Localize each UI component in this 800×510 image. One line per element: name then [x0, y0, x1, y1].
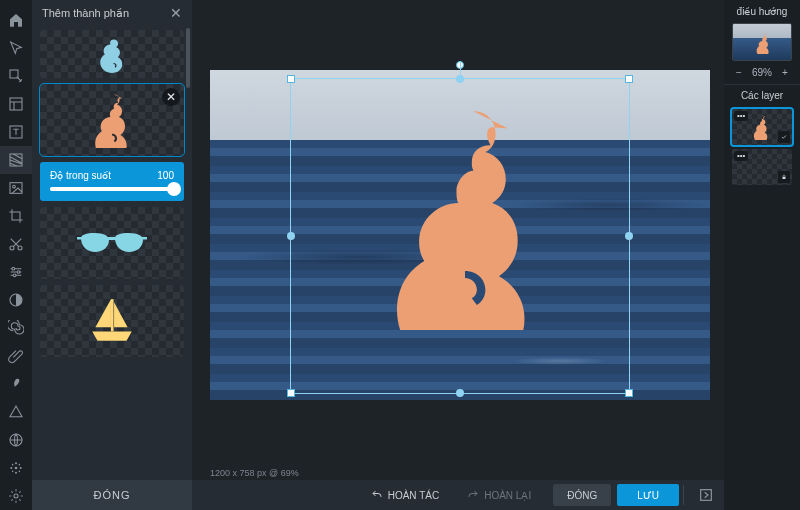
panel-close-button[interactable]: ✕ — [170, 5, 182, 21]
contrast-tool-icon[interactable] — [0, 286, 32, 314]
brush-tool-icon[interactable] — [0, 370, 32, 398]
shape-tool-icon[interactable] — [0, 398, 32, 426]
opacity-label: Độ trong suốt — [50, 170, 111, 181]
opacity-slider-knob[interactable] — [167, 182, 181, 196]
redo-button[interactable]: HOÀN LẠI — [453, 484, 545, 506]
image-tool-icon[interactable] — [0, 174, 32, 202]
svg-rect-1 — [10, 98, 22, 110]
zoom-out-button[interactable]: − — [732, 67, 746, 78]
component-thumb-shell-orange[interactable]: ✕ — [40, 84, 184, 156]
home-icon[interactable] — [0, 6, 32, 34]
component-thumb-glasses[interactable] — [40, 207, 184, 279]
layer-background[interactable]: ••• — [732, 149, 792, 185]
svg-point-8 — [12, 267, 15, 270]
panel-scrollbar[interactable] — [186, 28, 190, 88]
opacity-value: 100 — [157, 170, 174, 181]
resize-handle-b[interactable] — [456, 389, 464, 397]
svg-rect-27 — [701, 490, 712, 501]
zoom-control: − 69% + — [724, 65, 800, 84]
resize-handle-bl[interactable] — [287, 389, 295, 397]
svg-point-17 — [20, 467, 22, 469]
layers-title: Các layer — [724, 84, 800, 105]
effects-tool-icon[interactable] — [0, 454, 32, 482]
canvas-area: 1200 x 758 px @ 69% — [192, 0, 724, 510]
text-tool-icon[interactable] — [0, 118, 32, 146]
panel-title: Thêm thành phần — [42, 7, 129, 20]
svg-point-20 — [12, 471, 14, 473]
remove-component-button[interactable]: ✕ — [162, 88, 180, 106]
resize-handle-tr[interactable] — [625, 75, 633, 83]
svg-rect-28 — [783, 177, 786, 179]
svg-point-14 — [15, 462, 17, 464]
bottom-bar: HOÀN TÁC HOÀN LẠI ĐÓNG LƯU — [192, 480, 724, 510]
layer-lock-icon[interactable] — [778, 171, 790, 183]
resize-handle-l[interactable] — [287, 232, 295, 240]
spiral-tool-icon[interactable] — [0, 314, 32, 342]
svg-point-16 — [10, 467, 12, 469]
settings-icon[interactable] — [0, 482, 32, 510]
save-button[interactable]: LƯU — [617, 484, 679, 506]
svg-point-19 — [19, 464, 21, 466]
zoom-in-button[interactable]: + — [778, 67, 792, 78]
svg-rect-24 — [77, 237, 82, 240]
svg-point-5 — [13, 185, 16, 188]
pointer-tool-icon[interactable] — [0, 34, 32, 62]
svg-point-22 — [14, 494, 18, 498]
cursor-box-icon[interactable] — [0, 62, 32, 90]
component-panel: Thêm thành phần ✕ ✕ Độ trong suốt 100 — [32, 0, 192, 510]
globe-tool-icon[interactable] — [0, 426, 32, 454]
right-panel: điều hướng − 69% + Các layer ••• ••• — [724, 0, 800, 510]
cut-tool-icon[interactable] — [0, 230, 32, 258]
clip-tool-icon[interactable] — [0, 342, 32, 370]
svg-point-18 — [12, 464, 14, 466]
svg-point-13 — [15, 467, 18, 470]
canvas-stage[interactable] — [210, 70, 710, 400]
svg-point-10 — [13, 274, 16, 277]
svg-rect-25 — [142, 237, 147, 240]
canvas-dimensions-label: 1200 x 758 px @ 69% — [210, 468, 299, 478]
component-thumb-shell-blue[interactable] — [40, 30, 184, 78]
close-button[interactable]: ĐÓNG — [553, 484, 611, 506]
adjust-tool-icon[interactable] — [0, 258, 32, 286]
layout-icon[interactable] — [0, 90, 32, 118]
panel-header: Thêm thành phần ✕ — [32, 0, 192, 26]
svg-rect-23 — [108, 237, 116, 240]
navigator-thumbnail[interactable] — [732, 23, 792, 61]
texture-tool-icon[interactable] — [0, 146, 32, 174]
opacity-control: Độ trong suốt 100 — [40, 162, 184, 201]
panel-close-footer-button[interactable]: ĐÓNG — [32, 480, 192, 510]
resize-handle-t[interactable] — [456, 75, 464, 83]
svg-rect-26 — [111, 299, 114, 331]
layer-shell[interactable]: ••• — [732, 109, 792, 145]
resize-handle-tl[interactable] — [287, 75, 295, 83]
svg-point-21 — [19, 471, 21, 473]
opacity-slider[interactable] — [50, 187, 174, 191]
navigator-title: điều hướng — [724, 0, 800, 21]
layer-menu-icon[interactable]: ••• — [734, 111, 748, 121]
export-icon[interactable] — [694, 484, 718, 506]
crop-tool-icon[interactable] — [0, 202, 32, 230]
component-thumb-boat[interactable] — [40, 285, 184, 357]
svg-rect-4 — [10, 183, 22, 194]
zoom-value: 69% — [752, 67, 772, 78]
svg-point-9 — [17, 271, 20, 274]
resize-handle-r[interactable] — [625, 232, 633, 240]
resize-handle-br[interactable] — [625, 389, 633, 397]
layer-visibility-icon[interactable] — [778, 131, 790, 143]
selection-box[interactable] — [290, 78, 630, 394]
left-toolbar — [0, 0, 32, 510]
layer-menu-icon[interactable]: ••• — [734, 151, 748, 161]
undo-button[interactable]: HOÀN TÁC — [357, 484, 454, 506]
svg-point-15 — [15, 472, 17, 474]
